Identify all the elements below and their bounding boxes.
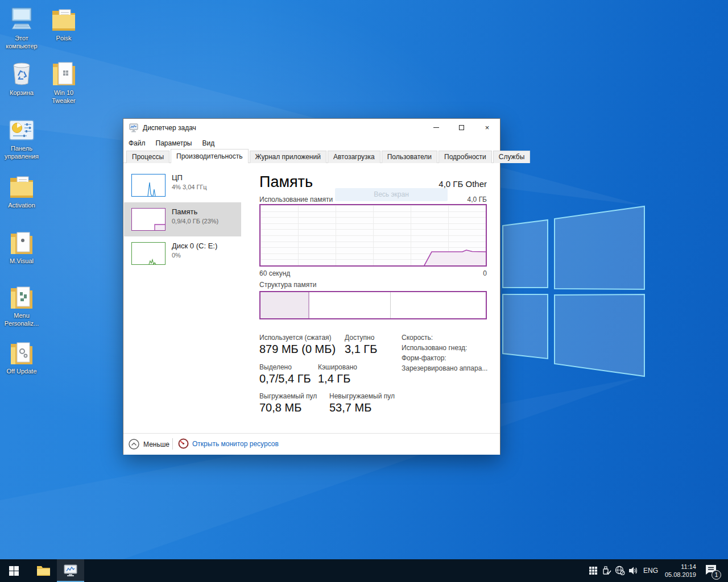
window-title: Диспетчер задач (143, 124, 196, 132)
desktop-icon-label: Панель управления (0, 144, 43, 160)
sidebar-disk-subtitle: 0% (172, 252, 181, 259)
task-manager-taskbar-button[interactable] (57, 559, 84, 582)
start-button[interactable] (0, 559, 27, 582)
maximize-button[interactable] (449, 119, 474, 136)
stat-committed-label: Выделено (259, 363, 292, 371)
memory-usage-graph[interactable] (259, 204, 487, 267)
stat-nonpaged-pool-label: Невыгружаемый пул (329, 392, 395, 400)
desktop-icon-control-panel[interactable]: Панель управления (0, 114, 43, 160)
hw-reserved-label: Зарезервировано аппара... (402, 364, 487, 372)
composition-divider (390, 292, 391, 318)
folder-icon (0, 281, 43, 309)
desktop-icon-label: Activation (0, 201, 43, 209)
file-explorer-icon (36, 565, 51, 577)
footer-divider (172, 438, 173, 450)
network-globe-no-internet-icon[interactable] (614, 565, 626, 576)
notification-badge[interactable]: 1 (712, 570, 721, 580)
hw-speed-label: Скорость: (402, 334, 433, 342)
language-indicator[interactable]: ENG (641, 559, 660, 582)
desktop-icon-win10-tweaker[interactable]: Win 10 Tweaker (42, 58, 85, 105)
usage-graph-max: 4,0 ГБ (259, 196, 487, 203)
stat-cached-value: 1,4 ГБ (318, 372, 350, 385)
desktop-icon-label: M.Visual (0, 257, 43, 265)
memory-capacity: 4,0 ГБ Other (259, 179, 487, 189)
open-resource-monitor-link[interactable]: Открыть монитор ресурсов (178, 438, 279, 449)
time-axis-zero: 0 (259, 269, 487, 277)
computer-icon (0, 3, 43, 32)
desktop-icon-mvisual[interactable]: M.Visual (0, 226, 43, 265)
tab-details[interactable]: Подробности (439, 151, 492, 163)
stat-available-label: Доступно (345, 334, 374, 342)
task-manager-icon (129, 123, 138, 132)
clock-time: 11:14 (659, 563, 696, 571)
sidebar-cpu-title: ЦП (172, 173, 183, 182)
sidebar-memory-title: Память (172, 207, 197, 216)
stat-in-use-label: Используется (сжатая) (259, 334, 332, 342)
menu-view[interactable]: Вид (197, 138, 220, 148)
tab-strip: Процессы Производительность Журнал прило… (123, 149, 500, 163)
folder-icon (42, 3, 85, 32)
chevron-up-circle-icon (129, 439, 139, 450)
tab-startup[interactable]: Автозагрузка (328, 151, 380, 163)
recycle-bin-icon (0, 58, 43, 86)
menu-file[interactable]: Файл (123, 138, 151, 148)
tray-grid-icon[interactable] (588, 565, 599, 576)
task-manager-window: Диспетчер задач × Файл Параметры Вид Про… (123, 118, 500, 455)
stat-paged-pool-label: Выгружаемый пул (259, 392, 317, 400)
sidebar-item-disk0[interactable]: Диск 0 (C: E:) 0% (124, 236, 241, 271)
file-explorer-taskbar-button[interactable] (30, 559, 57, 582)
menu-options[interactable]: Параметры (151, 138, 197, 148)
desktop-icon-off-update[interactable]: Off Update (0, 336, 43, 375)
memory-usage-series (260, 205, 486, 265)
desktop-icon-label: Menu Personaliz... (0, 311, 43, 327)
tab-performance[interactable]: Производительность (171, 149, 248, 163)
fewer-details-label: Меньше (143, 440, 169, 448)
cpu-mini-graph (131, 174, 166, 197)
sidebar-cpu-subtitle: 4% 3,04 ГГц (172, 184, 207, 190)
memory-composition-bar[interactable] (259, 291, 487, 319)
close-button[interactable]: × (474, 119, 500, 136)
composition-used-segment (260, 292, 309, 318)
hw-form-factor-label: Форм-фактор: (402, 354, 446, 362)
window-footer: Меньше Открыть монитор ресурсов (123, 433, 500, 455)
folder-icon (0, 171, 43, 199)
sidebar-item-cpu[interactable]: ЦП 4% 3,04 ГГц (124, 168, 241, 202)
fewer-details-button[interactable]: Меньше (129, 439, 169, 450)
stat-available-value: 3,1 ГБ (345, 343, 377, 356)
sidebar-memory-subtitle: 0,9/4,0 ГБ (23%) (172, 218, 218, 225)
taskbar-clock[interactable]: 11:14 05.08.2019 (659, 563, 696, 579)
desktop-icon-this-pc[interactable]: Этот компьютер (0, 3, 43, 50)
desktop-icon-label: Off Update (0, 367, 43, 375)
stat-committed-value: 0,7/5,4 ГБ (259, 372, 311, 385)
resource-monitor-gauge-icon (178, 438, 189, 449)
desktop-icon-poisk[interactable]: Poisk (42, 3, 85, 42)
task-manager-icon (64, 564, 77, 577)
clock-date: 05.08.2019 (659, 571, 696, 579)
windows-logo-icon (9, 566, 19, 576)
memory-mini-graph (131, 208, 166, 231)
control-panel-icon (0, 114, 43, 142)
stat-nonpaged-pool-value: 53,7 МБ (329, 401, 371, 414)
safely-remove-usb-icon[interactable] (601, 565, 612, 576)
title-bar[interactable]: Диспетчер задач × (123, 119, 500, 137)
tab-services[interactable]: Службы (493, 151, 530, 163)
speaker-icon[interactable] (627, 565, 639, 576)
tab-users[interactable]: Пользователи (382, 151, 437, 163)
desktop-icon-recycle-bin[interactable]: Корзина (0, 58, 43, 97)
stat-cached-label: Кэшировано (318, 363, 357, 371)
memory-composition-label: Структура памяти (259, 281, 316, 289)
desktop-icon-label: Этот компьютер (0, 34, 43, 50)
desktop-icon-label: Win 10 Tweaker (42, 89, 85, 105)
desktop-icon-label: Корзина (0, 89, 43, 97)
desktop: Этот компьютер Poisk Корз (0, 0, 728, 582)
desktop-icon-menu-personalization[interactable]: Menu Personaliz... (0, 281, 43, 327)
open-resource-monitor-label: Открыть монитор ресурсов (192, 440, 279, 448)
tab-app-history[interactable]: Журнал приложений (250, 151, 326, 163)
sidebar-disk-title: Диск 0 (C: E:) (172, 242, 217, 250)
minimize-button[interactable] (423, 119, 449, 136)
stat-in-use-value: 879 МБ (0 МБ) (259, 343, 336, 356)
sidebar-item-memory[interactable]: Память 0,9/4,0 ГБ (23%) (124, 202, 241, 236)
tab-processes[interactable]: Процессы (126, 151, 169, 163)
taskbar: ENG 11:14 05.08.2019 (0, 559, 728, 582)
desktop-icon-activation[interactable]: Activation (0, 171, 43, 209)
